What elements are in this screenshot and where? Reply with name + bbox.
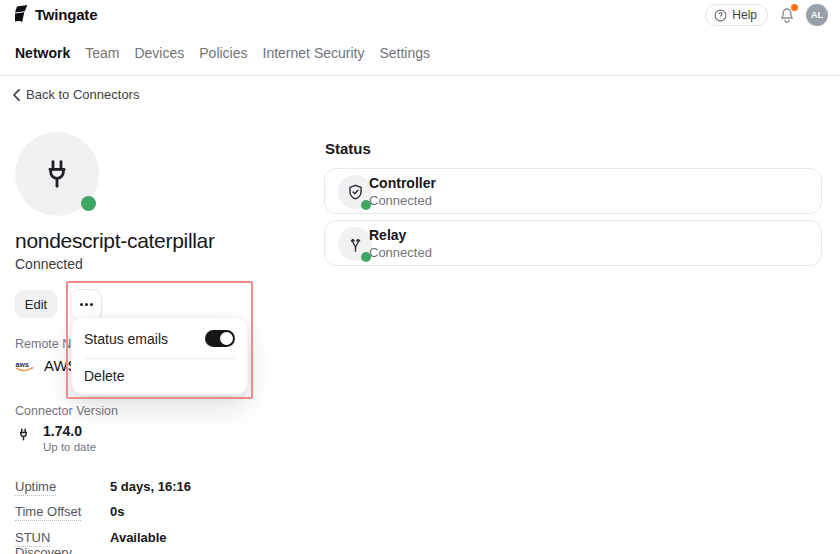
relay-card-text: Relay Connected [369, 227, 432, 260]
help-label: Help [732, 8, 757, 22]
uptime-value: 5 days, 16:16 [110, 479, 191, 494]
nav-tab-devices[interactable]: Devices [134, 40, 184, 75]
nav-tab-internet-security[interactable]: Internet Security [263, 40, 365, 75]
menu-item-delete[interactable]: Delete [72, 359, 247, 393]
remote-network-link[interactable]: aws AWS [15, 357, 78, 374]
help-button[interactable]: Help [705, 4, 768, 26]
stun-discovery-value: Available [110, 530, 167, 545]
twingate-logo-icon [14, 5, 29, 23]
topbar-actions: Help AL [705, 4, 828, 26]
time-offset-value: 0s [110, 504, 124, 519]
relay-fork-icon [346, 235, 365, 254]
nav-tab-team[interactable]: Team [85, 40, 119, 75]
plug-small-icon [15, 424, 32, 453]
nav-tab-policies[interactable]: Policies [199, 40, 247, 75]
connector-online-dot [81, 196, 96, 211]
status-section-title: Status [325, 140, 371, 157]
back-link-label: Back to Connectors [26, 87, 139, 102]
uptime-label[interactable]: Uptime [15, 479, 110, 494]
connector-version-label: Connector Version [15, 404, 118, 418]
brand-name: Twingate [35, 6, 97, 23]
nav-tab-network[interactable]: Network [15, 40, 70, 75]
connector-name-title: nondescript-caterpillar [15, 229, 215, 253]
plug-icon [37, 154, 77, 194]
notifications-button[interactable] [778, 6, 796, 24]
status-emails-label: Status emails [84, 331, 168, 347]
nav-tab-settings[interactable]: Settings [379, 40, 430, 75]
relay-title: Relay [369, 227, 432, 243]
shield-check-icon [346, 183, 365, 202]
relay-icon-circle [338, 227, 372, 261]
stat-row-stun-discovery: STUN Discovery Available [15, 530, 295, 554]
connector-detail-page: Twingate Help AL [0, 0, 840, 554]
delete-label: Delete [84, 368, 124, 384]
avatar-initials: AL [811, 10, 823, 20]
controller-status: Connected [369, 193, 436, 208]
back-to-connectors-link[interactable]: Back to Connectors [12, 87, 139, 102]
ellipsis-icon [80, 303, 83, 306]
version-number: 1.74.0 [43, 424, 96, 438]
help-icon [714, 9, 727, 22]
version-status: Up to date [43, 441, 96, 453]
stun-discovery-label[interactable]: STUN Discovery [15, 530, 110, 554]
status-emails-toggle[interactable] [205, 330, 235, 347]
menu-item-status-emails[interactable]: Status emails [72, 319, 247, 358]
stat-row-time-offset: Time Offset 0s [15, 504, 295, 519]
controller-card-text: Controller Connected [369, 175, 436, 208]
time-offset-label[interactable]: Time Offset [15, 504, 110, 519]
main-nav: Network Team Devices Policies Internet S… [0, 40, 840, 76]
notification-badge [791, 4, 798, 11]
svg-text:aws: aws [16, 360, 29, 367]
edit-button[interactable]: Edit [15, 290, 57, 318]
controller-title: Controller [369, 175, 436, 191]
more-options-button[interactable] [70, 289, 102, 320]
connector-version-row: 1.74.0 Up to date [15, 424, 96, 453]
user-avatar[interactable]: AL [806, 4, 828, 26]
relay-status: Connected [369, 245, 432, 260]
twingate-logo[interactable]: Twingate [14, 5, 97, 23]
relay-status-card: Relay Connected [324, 220, 822, 266]
stat-row-uptime: Uptime 5 days, 16:16 [15, 479, 295, 494]
chevron-left-icon [12, 89, 21, 101]
connector-status-text: Connected [15, 256, 83, 272]
connector-avatar [15, 132, 99, 216]
controller-icon-circle [338, 175, 372, 209]
toggle-knob [220, 332, 233, 345]
aws-logo-icon: aws [15, 359, 35, 373]
more-options-dropdown: Status emails Delete [71, 317, 248, 395]
controller-status-card: Controller Connected [324, 168, 822, 214]
